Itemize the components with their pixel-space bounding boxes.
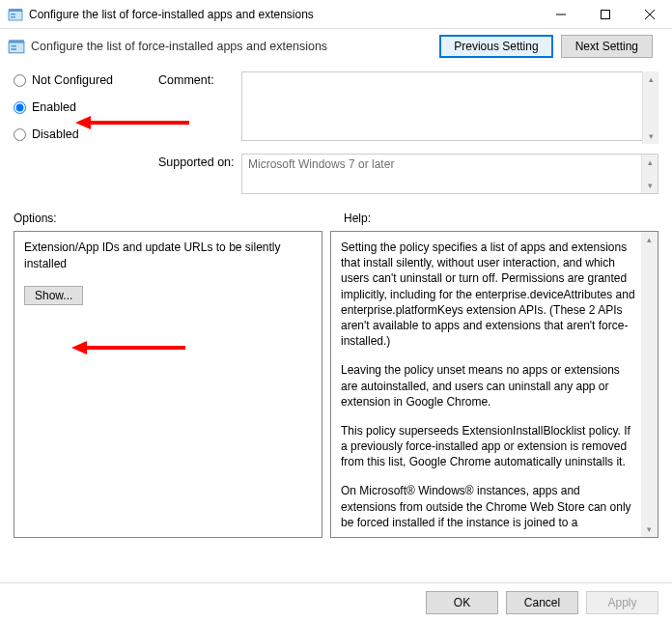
cancel-button[interactable]: Cancel (506, 591, 578, 614)
header: Configure the list of force-installed ap… (0, 29, 672, 68)
scrollbar[interactable]: ▴ ▾ (642, 71, 658, 144)
radio-not-configured-label: Not Configured (32, 73, 113, 87)
scroll-up-icon[interactable]: ▴ (642, 155, 658, 170)
svg-rect-0 (9, 11, 22, 20)
supported-on-label: Supported on: (158, 154, 241, 169)
minimize-button[interactable] (539, 0, 583, 29)
title-bar: Configure the list of force-installed ap… (0, 0, 672, 29)
options-panel: Extension/App IDs and update URLs to be … (14, 231, 322, 538)
previous-setting-button[interactable]: Previous Setting (439, 35, 552, 58)
comment-label: Comment: (158, 71, 241, 87)
scroll-down-icon[interactable]: ▾ (643, 128, 658, 144)
policy-icon (8, 38, 25, 55)
scroll-down-icon[interactable]: ▾ (641, 522, 658, 537)
radio-disabled-label: Disabled (32, 127, 79, 141)
help-panel: Setting the policy specifies a list of a… (330, 231, 658, 538)
help-text: Setting the policy specifies a list of a… (341, 240, 636, 529)
svg-rect-2 (11, 14, 15, 15)
radio-enabled-label: Enabled (32, 100, 76, 114)
help-paragraph: On Microsoft® Windows® instances, apps a… (341, 483, 636, 529)
scrollbar[interactable]: ▴ ▾ (641, 232, 658, 537)
config-area: Not Configured Enabled Disabled Comment:… (0, 68, 672, 200)
scroll-down-icon[interactable]: ▾ (642, 178, 658, 193)
supported-on-value: Microsoft Windows 7 or later (248, 157, 394, 171)
section-labels: Options: Help: (0, 200, 672, 231)
window-title: Configure the list of force-installed ap… (29, 8, 539, 21)
scrollbar[interactable]: ▴ ▾ (641, 155, 658, 193)
radio-enabled[interactable]: Enabled (14, 100, 158, 114)
svg-rect-5 (602, 10, 610, 18)
supported-on-value-box: Microsoft Windows 7 or later ▴ ▾ (241, 154, 658, 194)
radio-disabled[interactable]: Disabled (14, 127, 158, 141)
ok-button[interactable]: OK (426, 591, 498, 614)
next-setting-button[interactable]: Next Setting (561, 35, 653, 58)
radio-enabled-input[interactable] (14, 101, 26, 114)
help-paragraph: This policy superseeds ExtensionInstallB… (341, 423, 636, 470)
svg-rect-9 (9, 40, 24, 42)
radio-disabled-input[interactable] (14, 128, 26, 141)
help-paragraph: Setting the policy specifies a list of a… (341, 240, 636, 349)
svg-rect-3 (11, 16, 15, 18)
dialog-footer: OK Cancel Apply (0, 582, 672, 622)
policy-icon (8, 7, 23, 22)
scroll-up-icon[interactable]: ▴ (643, 71, 658, 87)
svg-rect-11 (11, 48, 16, 50)
options-description: Extension/App IDs and update URLs to be … (24, 240, 312, 272)
help-paragraph: Leaving the policy unset means no apps o… (341, 362, 636, 410)
scroll-up-icon[interactable]: ▴ (641, 232, 658, 247)
svg-rect-1 (9, 9, 22, 12)
maximize-button[interactable] (583, 0, 628, 29)
radio-not-configured-input[interactable] (14, 74, 26, 87)
apply-button[interactable]: Apply (586, 591, 658, 614)
svg-rect-8 (9, 42, 24, 53)
state-radio-group: Not Configured Enabled Disabled (14, 71, 158, 141)
options-label: Options: (14, 212, 336, 225)
radio-not-configured[interactable]: Not Configured (14, 73, 158, 87)
header-title: Configure the list of force-installed ap… (31, 40, 439, 53)
help-label: Help: (336, 212, 658, 225)
comment-input[interactable] (241, 71, 658, 141)
show-button[interactable]: Show... (24, 286, 83, 305)
close-button[interactable] (628, 0, 672, 29)
svg-rect-10 (11, 45, 16, 47)
panels: Extension/App IDs and update URLs to be … (0, 231, 672, 538)
